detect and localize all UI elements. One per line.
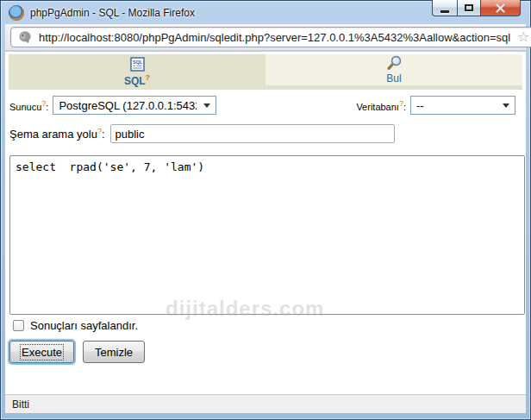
paginate-checkbox[interactable] (13, 320, 24, 331)
paginate-row: Sonuçları sayfalandır. (13, 318, 526, 332)
database-field: Veritabanı?: -- (356, 96, 515, 115)
close-button[interactable] (481, 0, 521, 16)
server-select[interactable]: PostgreSQL (127.0.0.1:5432:allow) (53, 96, 216, 115)
tab-find[interactable]: Bul (266, 54, 522, 90)
maximize-button[interactable] (457, 0, 481, 16)
server-label: Sunucu?: (9, 99, 48, 112)
browser-window: phpPgAdmin - SQL - Mozilla Firefox http:… (0, 0, 531, 420)
url-bar[interactable]: http://localhost:8080/phpPgAdmin/sqledit… (10, 27, 531, 47)
tab-sql[interactable]: SQL SQL? (9, 54, 266, 90)
server-database-row: Sunucu?: PostgreSQL (127.0.0.1:5432:allo… (9, 96, 515, 115)
status-text: Bitti (12, 398, 29, 411)
firefox-icon (9, 5, 24, 21)
dropdown-arrow-icon (203, 103, 210, 108)
postgresql-favicon (18, 30, 32, 44)
sql-document-icon: SQL (130, 57, 145, 72)
database-select[interactable]: -- (410, 96, 515, 115)
status-bar: Bitti (5, 394, 526, 413)
window-title: phpPgAdmin - SQL - Mozilla Firefox (30, 7, 195, 19)
url-text: http://localhost:8080/phpPgAdmin/sqledit… (39, 31, 510, 44)
svg-text:SQL: SQL (133, 60, 143, 65)
window-controls (432, 0, 521, 16)
server-field: Sunucu?: PostgreSQL (127.0.0.1:5432:allo… (9, 96, 216, 115)
dropdown-arrow-icon (503, 103, 509, 108)
sql-help-marker[interactable]: ? (146, 73, 151, 82)
action-buttons: Execute Temizle (9, 341, 526, 363)
page-content: SQL SQL? Bul Sunucu?: (5, 52, 526, 394)
tab-sql-label: SQL? (124, 73, 150, 87)
tab-find-label: Bul (386, 72, 401, 85)
clear-button[interactable]: Temizle (83, 341, 145, 363)
tab-bar: SQL SQL? Bul (9, 54, 522, 90)
bookmark-star-icon[interactable]: ☆ (517, 30, 529, 44)
database-select-value: -- (416, 99, 424, 112)
navigation-toolbar: http://localhost:8080/phpPgAdmin/sqledit… (5, 24, 526, 51)
schema-input[interactable] (110, 124, 395, 143)
sql-query-textarea[interactable]: select rpad('se', 7, 'lam') (9, 155, 525, 315)
magnifier-icon (386, 55, 403, 71)
minimize-icon (440, 10, 449, 13)
close-icon (495, 3, 506, 13)
schema-label: Şema arama yolu?: (9, 127, 105, 141)
database-label: Veritabanı?: (356, 99, 406, 112)
server-select-value: PostgreSQL (127.0.0.1:5432:allow) (59, 99, 197, 112)
maximize-icon (465, 4, 473, 11)
execute-button[interactable]: Execute (9, 341, 74, 363)
minimize-button[interactable] (432, 0, 457, 16)
paginate-label: Sonuçları sayfalandır. (30, 319, 138, 332)
schema-row: Şema arama yolu?: (9, 124, 515, 143)
